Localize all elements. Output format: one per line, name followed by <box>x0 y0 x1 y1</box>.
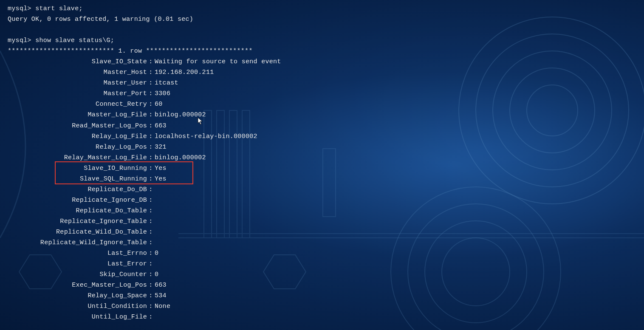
status-row-relay-log-file: Relay_Log_File: localhost-relay-bin.0000… <box>8 131 636 142</box>
status-label: Slave_SQL_Running <box>8 174 147 184</box>
status-value <box>155 227 636 237</box>
colon: : <box>147 280 155 291</box>
status-label: Skip_Counter <box>8 269 147 280</box>
status-row-slave-io-state: Slave_IO_State: Waiting for source to se… <box>8 56 636 67</box>
command-line-2: mysql> show slave status\G; <box>8 35 636 46</box>
status-value: localhost-relay-bin.000002 <box>155 131 636 142</box>
status-label: Until_Log_File <box>8 312 147 322</box>
row-separator: *************************** 1. row *****… <box>8 46 636 56</box>
status-value: 3306 <box>155 88 636 99</box>
colon: : <box>147 216 155 227</box>
status-value: binlog.000002 <box>155 152 636 163</box>
status-value: 60 <box>155 99 636 110</box>
colon: : <box>147 248 155 259</box>
status-value: 0 <box>155 269 636 280</box>
status-label: Exec_Master_Log_Pos <box>8 280 147 291</box>
status-row-relay-log-space: Relay_Log_Space: 534 <box>8 291 636 301</box>
status-value: binlog.000002 <box>155 110 636 120</box>
status-value: Yes <box>155 163 636 174</box>
status-row-replicate-ignore-db: Replicate_Ignore_DB: <box>8 195 636 206</box>
colon: : <box>147 99 155 110</box>
status-label: Master_Log_File <box>8 110 147 120</box>
colon: : <box>147 184 155 195</box>
colon: : <box>147 131 155 142</box>
colon: : <box>147 237 155 248</box>
status-label: Master_Host <box>8 67 147 78</box>
colon: : <box>147 312 155 322</box>
colon: : <box>147 152 155 163</box>
colon: : <box>147 110 155 120</box>
status-row-slave-sql-running: Slave_SQL_Running: Yes <box>8 174 636 184</box>
status-row-replicate-ignore-table: Replicate_Ignore_Table: <box>8 216 636 227</box>
blank-line <box>8 25 636 35</box>
colon: : <box>147 195 155 206</box>
status-value: itcast <box>155 78 636 88</box>
status-label: Slave_IO_Running <box>8 163 147 174</box>
status-row-read-master-log-pos: Read_Master_Log_Pos: 663 <box>8 121 636 131</box>
status-value: 321 <box>155 142 636 152</box>
status-label: Replicate_Ignore_Table <box>8 216 147 227</box>
status-label: Replicate_Do_Table <box>8 206 147 216</box>
status-value <box>155 184 636 195</box>
status-value <box>155 259 636 269</box>
colon: : <box>147 301 155 312</box>
status-label: Replicate_Wild_Ignore_Table <box>8 237 147 248</box>
colon: : <box>147 291 155 301</box>
status-label: Replicate_Ignore_DB <box>8 195 147 206</box>
status-row-last-errno: Last_Errno: 0 <box>8 248 636 259</box>
colon: : <box>147 142 155 152</box>
status-row-master-host: Master_Host: 192.168.200.211 <box>8 67 636 78</box>
status-row-relay-master-log-file: Relay_Master_Log_File: binlog.000002 <box>8 152 636 163</box>
status-value <box>155 206 636 216</box>
status-value: 534 <box>155 291 636 301</box>
colon: : <box>147 174 155 184</box>
terminal-output[interactable]: mysql> start slave; Query OK, 0 rows aff… <box>8 3 636 322</box>
status-label: Replicate_Wild_Do_Table <box>8 227 147 237</box>
status-row-replicate-wild-do-table: Replicate_Wild_Do_Table: <box>8 227 636 237</box>
status-label: Relay_Master_Log_File <box>8 152 147 163</box>
status-label: Master_User <box>8 78 147 88</box>
status-value: None <box>155 301 636 312</box>
status-row-exec-master-log-pos: Exec_Master_Log_Pos: 663 <box>8 280 636 291</box>
status-row-master-port: Master_Port: 3306 <box>8 88 636 99</box>
status-label: Master_Port <box>8 88 147 99</box>
status-row-replicate-wild-ignore-table: Replicate_Wild_Ignore_Table: <box>8 237 636 248</box>
colon: : <box>147 206 155 216</box>
status-label: Last_Error <box>8 259 147 269</box>
status-label: Until_Condition <box>8 301 147 312</box>
colon: : <box>147 88 155 99</box>
status-row-skip-counter: Skip_Counter: 0 <box>8 269 636 280</box>
status-label: Relay_Log_Pos <box>8 142 147 152</box>
status-row-relay-log-pos: Relay_Log_Pos: 321 <box>8 142 636 152</box>
status-row-master-log-file: Master_Log_File: binlog.000002 <box>8 110 636 120</box>
colon: : <box>147 227 155 237</box>
colon: : <box>147 269 155 280</box>
response-line-1: Query OK, 0 rows affected, 1 warning (0.… <box>8 14 636 25</box>
colon: : <box>147 56 155 67</box>
status-value: Yes <box>155 174 636 184</box>
status-value: 0 <box>155 248 636 259</box>
colon: : <box>147 67 155 78</box>
status-label: Last_Errno <box>8 248 147 259</box>
status-value <box>155 216 636 227</box>
status-value <box>155 312 636 322</box>
command-line-1: mysql> start slave; <box>8 3 636 14</box>
status-value: 663 <box>155 280 636 291</box>
status-row-last-error: Last_Error: <box>8 259 636 269</box>
status-value: 663 <box>155 121 636 131</box>
status-label: Replicate_Do_DB <box>8 184 147 195</box>
status-row-until-condition: Until_Condition: None <box>8 301 636 312</box>
colon: : <box>147 121 155 131</box>
status-label: Relay_Log_File <box>8 131 147 142</box>
status-label: Slave_IO_State <box>8 56 147 67</box>
status-value: Waiting for source to send event <box>155 56 636 67</box>
status-row-master-user: Master_User: itcast <box>8 78 636 88</box>
status-row-connect-retry: Connect_Retry: 60 <box>8 99 636 110</box>
status-label: Connect_Retry <box>8 99 147 110</box>
status-label: Read_Master_Log_Pos <box>8 121 147 131</box>
colon: : <box>147 78 155 88</box>
status-row-slave-io-running: Slave_IO_Running: Yes <box>8 163 636 174</box>
status-value: 192.168.200.211 <box>155 67 636 78</box>
status-value <box>155 237 636 248</box>
status-row-replicate-do-table: Replicate_Do_Table: <box>8 206 636 216</box>
